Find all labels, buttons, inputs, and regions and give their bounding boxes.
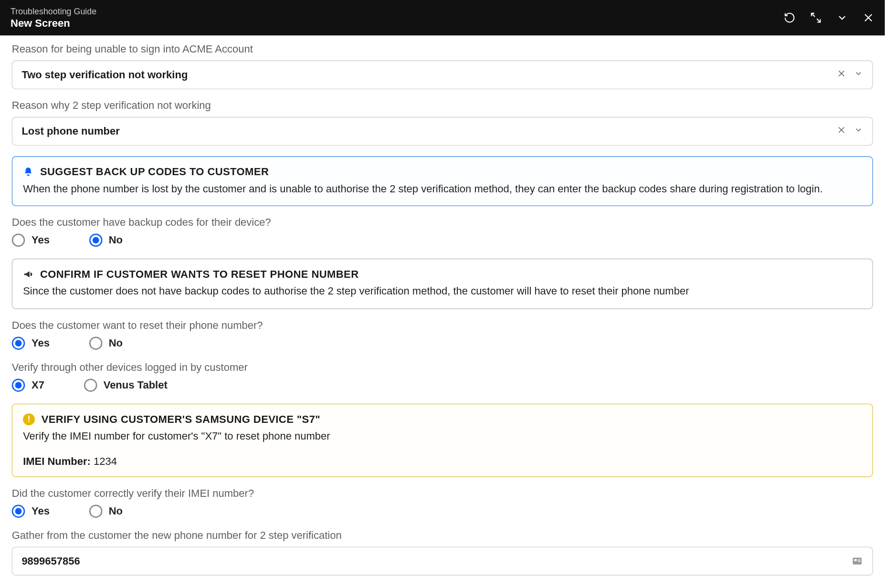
- suggest-panel-title: SUGGEST BACK UP CODES TO CUSTOMER: [40, 166, 269, 178]
- reset-phone-label: Does the customer want to reset their ph…: [12, 319, 873, 331]
- close-icon[interactable]: [863, 12, 874, 24]
- suggest-panel-body: When the phone number is lost by the cus…: [23, 182, 862, 197]
- form-content: Reason for being unable to sign into ACM…: [0, 35, 885, 588]
- reason-2step-value: Lost phone number: [21, 126, 119, 137]
- minimize-icon[interactable]: [810, 12, 822, 24]
- bell-icon: [23, 167, 33, 177]
- reason-signin-value: Two step verification not working: [21, 69, 188, 81]
- verify-s7-panel: ! VERIFY USING CUSTOMER'S SAMSUNG DEVICE…: [12, 403, 873, 477]
- reset-phone-yes-radio[interactable]: [12, 336, 25, 350]
- verify-s7-body: Verify the IMEI number for customer's "X…: [23, 429, 862, 444]
- chevron-down-icon[interactable]: [854, 126, 863, 137]
- clear-icon[interactable]: [837, 69, 846, 81]
- reason-signin-select[interactable]: Two step verification not working: [12, 61, 873, 90]
- collapse-icon[interactable]: [836, 12, 848, 24]
- svg-line-0: [811, 13, 815, 17]
- svg-line-1: [817, 19, 820, 22]
- confirm-reset-body: Since the customer does not have backup …: [23, 284, 862, 299]
- imei-verify-yes-label: Yes: [32, 505, 50, 517]
- backup-codes-yes-label: Yes: [32, 234, 50, 246]
- alert-icon: !: [23, 413, 35, 425]
- verify-s7-title: VERIFY USING CUSTOMER'S SAMSUNG DEVICE "…: [42, 413, 321, 425]
- reason-signin-label: Reason for being unable to sign into ACM…: [12, 43, 873, 55]
- svg-rect-10: [858, 560, 861, 561]
- header-subtitle: Troubleshooting Guide: [11, 6, 96, 16]
- imei-label: IMEI Number:: [23, 455, 94, 466]
- reset-phone-no-label: No: [109, 337, 123, 349]
- imei-verify-label: Did the customer correctly verify their …: [12, 488, 873, 500]
- verify-device-label: Verify through other devices logged in b…: [12, 361, 873, 373]
- verify-device-x7-radio[interactable]: [12, 378, 25, 392]
- verify-device-venus-radio[interactable]: [84, 378, 97, 392]
- new-phone-input[interactable]: 9899657856: [12, 547, 873, 576]
- new-phone-label: Gather from the customer the new phone n…: [12, 530, 873, 542]
- megaphone-icon: [23, 269, 33, 280]
- backup-codes-no-label: No: [109, 234, 123, 246]
- svg-rect-9: [854, 559, 857, 561]
- new-phone-value: 9899657856: [21, 555, 80, 567]
- confirm-reset-panel: CONFIRM IF CUSTOMER WANTS TO RESET PHONE…: [12, 259, 873, 309]
- chevron-down-icon[interactable]: [854, 69, 863, 81]
- imei-verify-no-label: No: [109, 505, 123, 517]
- imei-value: 1234: [94, 455, 117, 466]
- backup-codes-yes-radio[interactable]: [12, 234, 25, 247]
- backup-codes-label: Does the customer have backup codes for …: [12, 217, 873, 229]
- reason-2step-select[interactable]: Lost phone number: [12, 117, 873, 146]
- svg-rect-11: [858, 561, 861, 562]
- verify-device-x7-label: X7: [32, 379, 44, 391]
- reason-2step-label: Reason why 2 step verification not worki…: [12, 100, 873, 112]
- refresh-icon[interactable]: [784, 12, 796, 24]
- suggest-backup-panel: SUGGEST BACK UP CODES TO CUSTOMER When t…: [12, 156, 873, 206]
- backup-codes-no-radio[interactable]: [89, 234, 102, 247]
- confirm-reset-title: CONFIRM IF CUSTOMER WANTS TO RESET PHONE…: [40, 269, 359, 281]
- imei-verify-yes-radio[interactable]: [12, 505, 25, 518]
- imei-verify-no-radio[interactable]: [89, 505, 102, 518]
- contact-card-icon: [851, 555, 863, 567]
- reset-phone-no-radio[interactable]: [89, 336, 102, 350]
- header-title: New Screen: [11, 17, 96, 29]
- clear-icon[interactable]: [837, 126, 846, 137]
- reset-phone-yes-label: Yes: [32, 337, 50, 349]
- app-header: Troubleshooting Guide New Screen: [0, 0, 885, 35]
